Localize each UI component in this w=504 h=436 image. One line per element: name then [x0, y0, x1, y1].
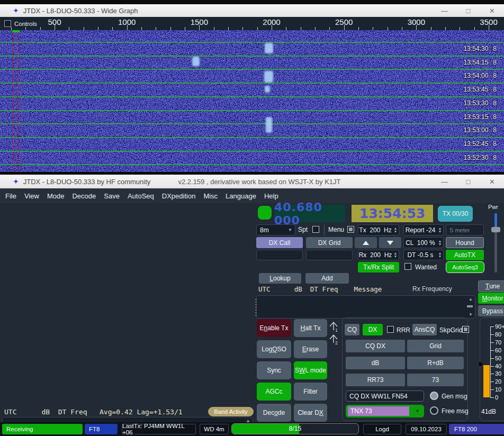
wide-graph-titlebar[interactable]: ✦ JTDX - L8-DUO-50.333 - Wide Graph — □ …: [0, 4, 504, 17]
spinner-arrows-icon[interactable]: ▲▼: [437, 227, 443, 233]
menu-mode[interactable]: Mode: [47, 192, 65, 200]
freq-down-button[interactable]: [379, 237, 401, 248]
logd-badge: Logd: [363, 424, 401, 434]
r-db-button[interactable]: R+dB: [407, 357, 464, 369]
freq-up-button[interactable]: [355, 237, 377, 248]
halt-tx-button[interactable]: Halt Tx: [294, 319, 327, 337]
erase-button[interactable]: Erase: [294, 340, 327, 358]
dx-call-input[interactable]: [256, 250, 303, 260]
spinner-arrows-icon[interactable]: ▲▼: [392, 252, 399, 258]
signal-meter: 90+80706050403020100 41dB: [480, 317, 504, 421]
lookup-button[interactable]: Lookup: [259, 273, 301, 284]
menu-autoseq[interactable]: AutoSeq: [128, 192, 154, 200]
ft8-signal-trace: [192, 57, 200, 66]
tx-offset-spinner[interactable]: Tx 200 Hz ▲▼: [358, 224, 399, 235]
log-qso-button[interactable]: Log QSO: [257, 340, 291, 358]
controls-checkbox[interactable]: [4, 20, 11, 27]
txrx-split-button[interactable]: Tx/Rx Split: [358, 262, 399, 272]
menu-misc[interactable]: Misc: [203, 192, 218, 200]
meter-tick: [490, 397, 494, 398]
close-button[interactable]: ✕: [480, 178, 504, 186]
anscq-button[interactable]: AnsCQ: [412, 324, 437, 335]
pwr-slider-handle[interactable]: [491, 227, 500, 232]
add-button[interactable]: Add: [305, 273, 349, 284]
gen-msg-radio[interactable]: [430, 392, 438, 400]
report-spinner[interactable]: Report -24 ▲▼: [403, 224, 444, 235]
autoseq3-button[interactable]: AutoSeq3: [446, 261, 484, 273]
menu-dxpedition[interactable]: DXpedition: [162, 192, 196, 200]
dx-grid-input[interactable]: [306, 250, 353, 260]
scrollbar-thumb[interactable]: [467, 305, 473, 307]
status-bar: Receiving FT8 LastTx: PJ4MM WW1L +06 WD …: [0, 422, 504, 436]
spinner-arrows-icon[interactable]: ▲▼: [437, 252, 443, 258]
bypass-button[interactable]: Bypass: [478, 305, 504, 316]
scroll-up-icon[interactable]: ▲: [469, 297, 473, 302]
rrr-checkbox[interactable]: [387, 326, 394, 333]
menu-file[interactable]: File: [5, 192, 16, 200]
cl-spinner[interactable]: CL 100 % ▲▼: [403, 237, 444, 248]
menu-decode[interactable]: Decode: [72, 192, 96, 200]
db-button[interactable]: dB: [346, 357, 405, 369]
cq-button[interactable]: CQ: [345, 324, 359, 335]
scroll-down-icon[interactable]: ▼: [469, 312, 473, 317]
maximize-button[interactable]: □: [456, 178, 480, 186]
cq-dx-button[interactable]: CQ DX: [346, 340, 405, 352]
dt-spinner[interactable]: DT -0.5 s ▲▼: [403, 250, 444, 260]
meter-axis: [490, 326, 491, 398]
main-titlebar[interactable]: ✦ JTDX - L8-DUO-50.333 by HF community v…: [0, 175, 504, 188]
wanted-checkbox[interactable]: [404, 263, 411, 270]
maximize-button[interactable]: □: [456, 7, 480, 15]
menu-help[interactable]: Help: [264, 192, 278, 200]
swl-mode-button[interactable]: SWL mode: [294, 361, 327, 379]
band-activity-tab[interactable]: Band Activity: [208, 407, 254, 416]
dx-button[interactable]: DX: [363, 324, 383, 335]
period-line: [0, 110, 504, 111]
rr73-button[interactable]: RR73: [346, 374, 405, 386]
gen-message-input[interactable]: CQ DX WW1L FN54: [346, 390, 424, 402]
decode-button[interactable]: Decode: [257, 404, 291, 422]
ft8-signal-trace: [265, 86, 270, 93]
close-button[interactable]: ✕: [480, 7, 504, 15]
dx-grid-button[interactable]: DX Grid: [306, 237, 353, 248]
rx-frequency-header: UTC dB DT Freq Message: [258, 285, 382, 293]
agcc-button[interactable]: AGCc: [257, 383, 291, 401]
gen-msg-label: Gen msg: [442, 393, 467, 400]
hound-button[interactable]: Hound: [446, 237, 484, 248]
clear-dx-button[interactable]: Clear DX: [294, 404, 327, 422]
spinner-arrows-icon[interactable]: ▲▼: [437, 240, 443, 246]
skpgrid-checkbox[interactable]: [462, 326, 469, 333]
last-tx-badge: LastTx: PJ4MM WW1L +06: [122, 424, 196, 434]
rx-frequency-panel[interactable]: ▲ ▼: [256, 295, 475, 319]
menu-view[interactable]: View: [24, 192, 39, 200]
minimize-button[interactable]: —: [433, 178, 456, 186]
tune-button[interactable]: Tune: [478, 280, 504, 292]
sync-button[interactable]: Sync: [257, 361, 291, 379]
menu-checkbox[interactable]: [347, 226, 354, 233]
band-activity-header: UTC dB DT Freq Avg=0.42 Lag=+1.53/1: [4, 408, 183, 416]
seventy-three-button[interactable]: 73: [407, 374, 464, 386]
frequency-display[interactable]: 40.680 000: [274, 205, 345, 222]
minimize-button[interactable]: —: [433, 7, 456, 15]
dx-call-button[interactable]: DX Call: [256, 237, 303, 248]
meter-tick: [490, 326, 494, 327]
waterfall-display[interactable]: 13:54:30813:54:15813:54:00813:53:45813:5…: [0, 30, 504, 172]
rx-offset-spinner[interactable]: Rx 200 Hz ▲▼: [358, 250, 399, 260]
filter-button[interactable]: Filter: [294, 383, 327, 401]
enable-tx-button[interactable]: Enable Tx: [257, 319, 291, 337]
triangle-down-icon: [387, 241, 393, 245]
antenna-2-icon[interactable]: 2: [328, 333, 340, 346]
free-msg-radio[interactable]: [430, 406, 438, 415]
grid-button[interactable]: Grid: [407, 340, 464, 352]
band-selector[interactable]: 8m ▼: [256, 224, 295, 235]
monitor-button[interactable]: Monitor: [478, 293, 504, 304]
tx-cycle-button[interactable]: TX 00/30: [438, 206, 473, 222]
meter-tick: [490, 382, 494, 382]
free-message-combo[interactable]: TNX 73 ▼: [346, 405, 424, 417]
spinner-arrows-icon[interactable]: ▲▼: [392, 227, 399, 233]
panel-drag-handle[interactable]: [255, 299, 257, 316]
autotx-button[interactable]: AutoTX: [446, 250, 484, 260]
menu-language[interactable]: Language: [226, 192, 256, 200]
antenna-1-icon[interactable]: 1: [328, 321, 340, 333]
menu-save[interactable]: Save: [104, 192, 120, 200]
spt-checkbox[interactable]: [312, 226, 319, 233]
